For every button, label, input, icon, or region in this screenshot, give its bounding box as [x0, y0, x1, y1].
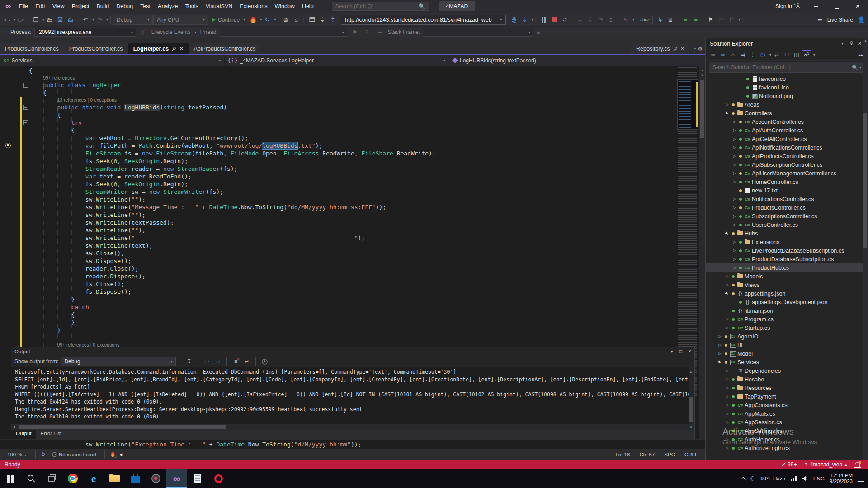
tree-item-tappayment[interactable]: ▷TapPayment: [706, 392, 868, 401]
tree-item-apinotificationscontroller-cs[interactable]: ▷C#ApiNotificationsController.cs: [706, 143, 868, 152]
hidden-icons-chevron[interactable]: [741, 477, 745, 482]
menu-tools[interactable]: Tools: [182, 0, 202, 13]
restart-app-icon[interactable]: ↻: [262, 15, 272, 25]
code-line[interactable]: −public static void LogHUBBids(string te…: [0, 103, 674, 111]
code-line[interactable]: }: [0, 296, 674, 303]
back-icon[interactable]: ⇦: [708, 50, 717, 59]
tree-item-subscriptionscontroller-cs[interactable]: ▷C#SubscriptionsController.cs: [706, 212, 868, 221]
menu-file[interactable]: File: [15, 0, 32, 13]
tree-item-productscontroller-cs[interactable]: ▷C#ProductsController.cs: [706, 203, 868, 212]
close-icon[interactable]: ✕: [681, 46, 684, 51]
tree-item-userscontroller-cs[interactable]: ▷C#UsersController.cs: [706, 221, 868, 229]
quick-search-box[interactable]: 🔍: [332, 2, 429, 11]
code-line[interactable]: {: [0, 127, 674, 134]
tab-list-dropdown-icon[interactable]: ▾: [694, 47, 696, 51]
expand-icon[interactable]: ▷: [731, 120, 738, 124]
new-project-icon[interactable]: ❐: [31, 15, 41, 25]
menu-project[interactable]: Project: [68, 0, 93, 13]
expand-icon[interactable]: ▷: [731, 214, 738, 218]
code-line[interactable]: sw.WriteLine("");: [0, 226, 674, 234]
code-line[interactable]: {: [0, 67, 674, 75]
zoom-level-dropdown[interactable]: 100 % ▾: [5, 452, 29, 457]
taskbar-visual-studio-icon[interactable]: ∞: [166, 469, 187, 488]
tab-apiproductscontroller-cs[interactable]: ApiProductsController.cs: [189, 43, 261, 54]
tree-item-hesabe[interactable]: ▷Hesabe: [706, 375, 868, 384]
previous-message-icon[interactable]: ⇦: [202, 357, 211, 366]
code-line[interactable]: reader.Close();: [0, 265, 674, 272]
code-line[interactable]: fs.Close();: [0, 280, 674, 288]
close-button[interactable]: ✕: [847, 0, 868, 13]
menu-analyze[interactable]: Analyze: [154, 0, 181, 13]
language-indicator[interactable]: ENG: [813, 476, 825, 481]
scrollbar-thumb[interactable]: [863, 113, 867, 248]
expand-icon[interactable]: ▷: [731, 154, 738, 158]
fold-collapse-icon[interactable]: −: [23, 105, 28, 110]
tree-item-appmails-cs[interactable]: ▷C#AppMails.cs: [706, 409, 868, 418]
tree-item-liveproductdatabasesubscription-cs[interactable]: ▷C#LiveProductDatabaseSubscription.cs: [706, 246, 868, 255]
panel-tab-output[interactable]: Output: [11, 430, 36, 439]
find-in-files-icon[interactable]: 🗎: [281, 15, 291, 25]
jump-to-output-icon[interactable]: ↧: [184, 357, 193, 366]
code-line[interactable]: StreamReader reader = new StreamReader(f…: [0, 165, 674, 173]
code-line[interactable]: sw.WriteLine("");: [0, 211, 674, 219]
quick-action-icon[interactable]: [5, 143, 11, 148]
tree-item-appsession-cs[interactable]: ▷C#AppSession.cs: [706, 418, 868, 427]
task-view-button[interactable]: [42, 469, 62, 488]
properties-icon[interactable]: ◫: [792, 50, 801, 59]
tree-item-startup-cs[interactable]: ▷C#Startup.cs: [706, 324, 868, 332]
menu-extensions[interactable]: Extensions: [236, 0, 271, 13]
tree-item-notfound-png[interactable]: Notfound.png: [706, 92, 868, 100]
pending-changes-icon[interactable]: ⋮: [748, 50, 757, 59]
tab-loghelper-cs[interactable]: LogHelper.cs✕: [128, 43, 189, 54]
editor-vertical-scrollbar[interactable]: ÷ ▲: [699, 66, 705, 439]
unflag-thread-icon[interactable]: ⚐: [363, 27, 373, 37]
code-line[interactable]: }: [0, 326, 674, 334]
switch-views-icon[interactable]: ▤: [738, 50, 747, 59]
menu-visualsvn[interactable]: VisualSVN: [202, 0, 236, 13]
tree-item-new-17-txt[interactable]: new 17.txt: [706, 186, 868, 195]
code-line[interactable]: −public class LogHelper: [0, 81, 674, 89]
next-message-icon[interactable]: ⇨: [213, 357, 222, 366]
tree-item-models[interactable]: ▷Models: [706, 272, 868, 281]
expand-icon[interactable]: ▷: [724, 377, 731, 381]
tree-item-homecontroller-cs[interactable]: ▷C#HomeController.cs: [706, 178, 868, 186]
fold-collapse-icon[interactable]: −: [23, 83, 28, 88]
search-symbols-icon[interactable]: 🗖: [307, 15, 317, 25]
redo-icon[interactable]: ↷: [94, 15, 104, 25]
menu-edit[interactable]: Edit: [32, 0, 49, 13]
expand-icon[interactable]: ▷: [724, 274, 731, 278]
taskbar-chrome-icon[interactable]: [62, 469, 83, 488]
code-line[interactable]: [0, 334, 674, 342]
tree-item-appsettings-json[interactable]: ▶{}appsettings.json: [706, 289, 868, 298]
tree-item-services[interactable]: ▶C#Services: [706, 358, 868, 366]
clear-all-icon[interactable]: ≡✕: [231, 357, 240, 366]
menu-build[interactable]: Build: [93, 0, 113, 13]
expand-icon[interactable]: ▷: [724, 103, 731, 107]
tab-repository-cs[interactable]: Repository.cs ✕: [631, 43, 689, 54]
tab-productscontroller-cs[interactable]: ProductsController.cs: [64, 43, 128, 54]
split-editor-handle[interactable]: ÷: [701, 66, 703, 73]
compare-icon[interactable]: ⇄: [772, 50, 781, 59]
tree-item-dependencies[interactable]: ▷⊞Dependencies: [706, 366, 868, 375]
sign-in-button[interactable]: Sign in +: [771, 3, 806, 9]
expand-icon[interactable]: ▷: [724, 420, 731, 424]
pin-icon[interactable]: [172, 47, 176, 51]
code-line[interactable]: {: [0, 89, 674, 97]
pull-down-icon[interactable]: ⇣: [317, 15, 327, 25]
menu-test[interactable]: Test: [137, 0, 154, 13]
navigate-forward-icon[interactable]: ⤻: [16, 15, 26, 25]
collapse-icon[interactable]: ▶: [724, 231, 731, 235]
output-horizontal-scrollbar[interactable]: ◀▶: [11, 424, 694, 430]
tree-item-apiproductscontroller-cs[interactable]: ▷C#ApiProductsController.cs: [706, 152, 868, 160]
tree-item-notificationscontroller-cs[interactable]: ▷C#NotificationsController.cs: [706, 195, 868, 203]
expand-icon[interactable]: ▷: [724, 386, 731, 390]
spaces-indicator[interactable]: SPC: [661, 452, 678, 457]
intellitrace-icon[interactable]: ∿: [621, 15, 631, 25]
project-dropdown[interactable]: C# Services ▾: [0, 55, 225, 66]
code-line[interactable]: sw.Dispose();: [0, 257, 674, 265]
tree-item-views[interactable]: ▷Views: [706, 281, 868, 289]
network-icon[interactable]: [790, 476, 797, 481]
maximize-panel-icon[interactable]: □: [676, 349, 685, 354]
taskbar-opera-icon[interactable]: [208, 469, 229, 488]
expand-icon[interactable]: ▷: [724, 394, 731, 399]
